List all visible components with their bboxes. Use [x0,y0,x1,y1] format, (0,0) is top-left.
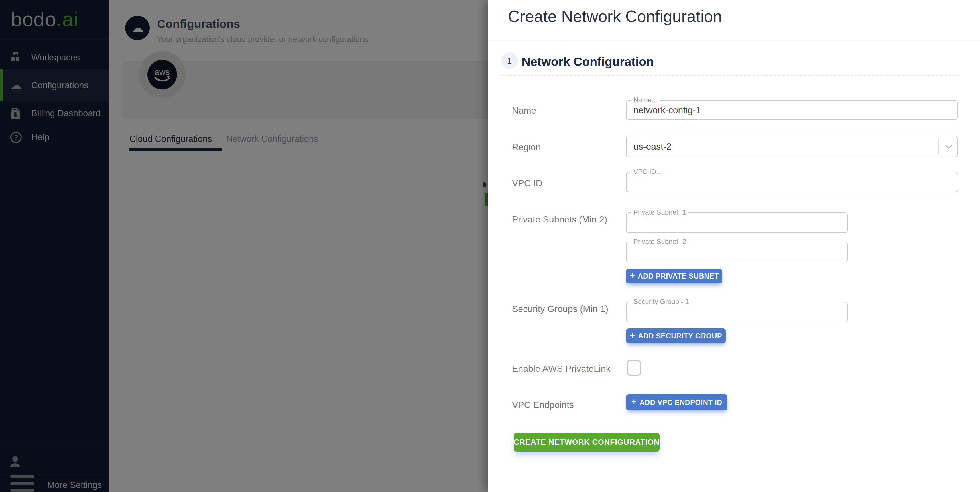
name-notch-label: Name... [631,96,660,104]
security-group-1-wrap: Security Group - 1 [626,302,848,322]
add-vpc-endpoint-label: ADD VPC ENDPOINT ID [640,398,722,406]
private-subnet-2-wrap: Private Subnet -2 [626,241,848,262]
create-network-configuration-button[interactable]: CREATE NETWORK CONFIGURATION [514,433,660,452]
dashed-divider [501,75,960,76]
drawer-divider [488,40,980,41]
region-label: Region [512,142,623,152]
security-groups-label: Security Groups (Min 1) [512,304,623,314]
vpc-id-notch-label: VPC ID... [631,168,664,176]
step-number-badge: 1 [501,52,518,69]
add-private-subnet-label: ADD PRIVATE SUBNET [638,272,719,280]
add-security-group-button[interactable]: + ADD SECURITY GROUP [626,329,726,343]
private-subnet-1-notch-label: Private Subnet -1 [631,208,688,216]
vpc-endpoints-label: VPC Endpoints [512,400,623,410]
region-select[interactable]: us-east-2 [626,136,958,157]
app-root: bodo.ai Workspaces ☁ Configurations $ Bi… [0,0,980,492]
region-selected-value: us-east-2 [633,141,671,152]
private-subnet-2-notch-label: Private Subnet -2 [631,238,688,246]
security-group-1-notch-label: Security Group - 1 [631,298,691,306]
vpc-id-input[interactable] [627,172,958,192]
add-private-subnet-button[interactable]: + ADD PRIVATE SUBNET [626,269,722,284]
private-subnets-label: Private Subnets (Min 2) [512,214,623,225]
plus-icon: + [630,330,635,341]
add-security-group-label: ADD SECURITY GROUP [638,332,722,340]
select-divider [939,139,939,154]
chevron-down-icon[interactable] [945,141,953,152]
plus-icon: + [631,397,636,407]
drawer-title: Create Network Configuration [508,7,722,25]
name-input[interactable] [627,100,957,119]
privatelink-checkbox[interactable] [627,360,641,376]
vpc-id-label: VPC ID [512,178,623,189]
private-subnet-1-wrap: Private Subnet -1 [626,212,848,233]
create-network-drawer: Create Network Configuration 1 Network C… [488,0,980,492]
add-vpc-endpoint-button[interactable]: + ADD VPC ENDPOINT ID [626,394,727,410]
step-title: Network Configuration [522,55,654,69]
name-field-wrap: Name... [626,100,958,120]
plus-icon: + [629,270,635,281]
vpc-id-field-wrap: VPC ID... [626,172,958,192]
name-label: Name [512,105,623,116]
privatelink-label: Enable AWS PrivateLink [512,363,623,374]
